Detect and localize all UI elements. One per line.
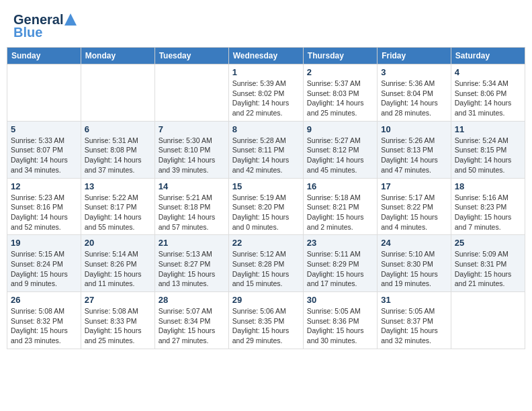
day-info: Sunrise: 5:37 AM Sunset: 8:03 PM Dayligh…	[307, 79, 373, 118]
calendar-cell: 4Sunrise: 5:34 AM Sunset: 8:06 PM Daylig…	[451, 64, 525, 122]
calendar-cell: 19Sunrise: 5:15 AM Sunset: 8:24 PM Dayli…	[7, 235, 81, 292]
day-info: Sunrise: 5:15 AM Sunset: 8:24 PM Dayligh…	[11, 249, 77, 289]
weekday-header-tuesday: Tuesday	[154, 48, 228, 64]
calendar-cell: 9Sunrise: 5:27 AM Sunset: 8:12 PM Daylig…	[303, 121, 377, 178]
day-number: 12	[11, 181, 77, 191]
day-number: 22	[232, 238, 300, 248]
calendar-cell: 5Sunrise: 5:33 AM Sunset: 8:07 PM Daylig…	[7, 121, 81, 178]
weekday-header-friday: Friday	[378, 48, 451, 64]
calendar-cell: 23Sunrise: 5:11 AM Sunset: 8:29 PM Dayli…	[303, 235, 377, 292]
day-number: 18	[455, 181, 521, 191]
calendar-cell: 18Sunrise: 5:16 AM Sunset: 8:23 PM Dayli…	[451, 178, 525, 235]
day-info: Sunrise: 5:31 AM Sunset: 8:08 PM Dayligh…	[85, 136, 151, 175]
calendar-cell: 12Sunrise: 5:23 AM Sunset: 8:16 PM Dayli…	[7, 178, 81, 235]
day-info: Sunrise: 5:22 AM Sunset: 8:17 PM Dayligh…	[85, 193, 151, 232]
day-info: Sunrise: 5:19 AM Sunset: 8:20 PM Dayligh…	[232, 193, 300, 232]
calendar-cell: 1Sunrise: 5:39 AM Sunset: 8:02 PM Daylig…	[228, 64, 303, 122]
day-info: Sunrise: 5:26 AM Sunset: 8:13 PM Dayligh…	[381, 136, 447, 175]
calendar-cell: 8Sunrise: 5:28 AM Sunset: 8:11 PM Daylig…	[228, 121, 303, 178]
calendar-cell: 15Sunrise: 5:19 AM Sunset: 8:20 PM Dayli…	[228, 178, 303, 235]
calendar-cell: 24Sunrise: 5:10 AM Sunset: 8:30 PM Dayli…	[378, 235, 451, 292]
logo-triangle-icon	[64, 13, 77, 27]
calendar-cell	[81, 64, 154, 122]
day-number: 17	[381, 181, 447, 191]
week-row-3: 12Sunrise: 5:23 AM Sunset: 8:16 PM Dayli…	[7, 178, 525, 235]
day-number: 4	[455, 67, 521, 77]
calendar-cell: 3Sunrise: 5:36 AM Sunset: 8:04 PM Daylig…	[378, 64, 451, 122]
day-number: 6	[85, 124, 151, 134]
calendar-cell: 29Sunrise: 5:06 AM Sunset: 8:35 PM Dayli…	[228, 292, 303, 349]
week-row-5: 26Sunrise: 5:08 AM Sunset: 8:32 PM Dayli…	[7, 292, 525, 349]
day-number: 16	[307, 181, 373, 191]
calendar-cell: 27Sunrise: 5:08 AM Sunset: 8:33 PM Dayli…	[81, 292, 154, 349]
calendar-cell: 30Sunrise: 5:05 AM Sunset: 8:36 PM Dayli…	[303, 292, 377, 349]
day-number: 9	[307, 124, 373, 134]
day-info: Sunrise: 5:33 AM Sunset: 8:07 PM Dayligh…	[11, 136, 77, 175]
calendar-cell: 10Sunrise: 5:26 AM Sunset: 8:13 PM Dayli…	[378, 121, 451, 178]
day-info: Sunrise: 5:27 AM Sunset: 8:12 PM Dayligh…	[307, 136, 373, 175]
calendar-cell: 20Sunrise: 5:14 AM Sunset: 8:26 PM Dayli…	[81, 235, 154, 292]
calendar-cell: 28Sunrise: 5:07 AM Sunset: 8:34 PM Dayli…	[154, 292, 228, 349]
day-info: Sunrise: 5:11 AM Sunset: 8:29 PM Dayligh…	[307, 249, 373, 289]
day-number: 10	[381, 124, 447, 134]
day-info: Sunrise: 5:34 AM Sunset: 8:06 PM Dayligh…	[455, 79, 521, 118]
day-number: 28	[159, 295, 225, 305]
svg-marker-0	[64, 13, 77, 26]
day-info: Sunrise: 5:09 AM Sunset: 8:31 PM Dayligh…	[455, 249, 521, 289]
calendar-cell	[451, 292, 525, 349]
day-info: Sunrise: 5:07 AM Sunset: 8:34 PM Dayligh…	[159, 306, 225, 346]
day-info: Sunrise: 5:10 AM Sunset: 8:30 PM Dayligh…	[381, 249, 447, 289]
calendar-cell	[154, 64, 228, 122]
day-info: Sunrise: 5:16 AM Sunset: 8:23 PM Dayligh…	[455, 193, 521, 232]
day-number: 26	[11, 295, 77, 305]
day-number: 19	[11, 238, 77, 248]
weekday-header-saturday: Saturday	[451, 48, 525, 64]
calendar-cell: 31Sunrise: 5:05 AM Sunset: 8:37 PM Dayli…	[378, 292, 451, 349]
day-info: Sunrise: 5:14 AM Sunset: 8:26 PM Dayligh…	[85, 249, 151, 289]
day-info: Sunrise: 5:17 AM Sunset: 8:22 PM Dayligh…	[381, 193, 447, 232]
day-info: Sunrise: 5:28 AM Sunset: 8:11 PM Dayligh…	[232, 136, 300, 175]
day-info: Sunrise: 5:39 AM Sunset: 8:02 PM Dayligh…	[232, 79, 300, 118]
calendar-table: SundayMondayTuesdayWednesdayThursdayFrid…	[7, 47, 525, 349]
day-info: Sunrise: 5:30 AM Sunset: 8:10 PM Dayligh…	[159, 136, 225, 175]
calendar-cell: 21Sunrise: 5:13 AM Sunset: 8:27 PM Dayli…	[154, 235, 228, 292]
day-number: 13	[85, 181, 151, 191]
calendar-cell: 26Sunrise: 5:08 AM Sunset: 8:32 PM Dayli…	[7, 292, 81, 349]
day-info: Sunrise: 5:08 AM Sunset: 8:32 PM Dayligh…	[11, 306, 77, 346]
calendar-cell: 17Sunrise: 5:17 AM Sunset: 8:22 PM Dayli…	[378, 178, 451, 235]
calendar-cell: 11Sunrise: 5:24 AM Sunset: 8:15 PM Dayli…	[451, 121, 525, 178]
day-number: 27	[85, 295, 151, 305]
calendar-cell: 2Sunrise: 5:37 AM Sunset: 8:03 PM Daylig…	[303, 64, 377, 122]
weekday-header-sunday: Sunday	[7, 48, 81, 64]
day-number: 11	[455, 124, 521, 134]
day-info: Sunrise: 5:05 AM Sunset: 8:37 PM Dayligh…	[381, 306, 447, 346]
day-number: 3	[381, 67, 447, 77]
day-number: 14	[159, 181, 225, 191]
calendar-cell: 7Sunrise: 5:30 AM Sunset: 8:10 PM Daylig…	[154, 121, 228, 178]
logo: General Blue	[13, 12, 77, 40]
day-info: Sunrise: 5:08 AM Sunset: 8:33 PM Dayligh…	[85, 306, 151, 346]
day-info: Sunrise: 5:21 AM Sunset: 8:18 PM Dayligh…	[159, 193, 225, 232]
day-info: Sunrise: 5:12 AM Sunset: 8:28 PM Dayligh…	[232, 249, 300, 289]
day-number: 2	[307, 67, 373, 77]
weekday-header-monday: Monday	[81, 48, 154, 64]
calendar-cell: 6Sunrise: 5:31 AM Sunset: 8:08 PM Daylig…	[81, 121, 154, 178]
day-number: 8	[232, 124, 300, 134]
day-number: 23	[307, 238, 373, 248]
calendar-cell	[7, 64, 81, 122]
day-number: 21	[159, 238, 225, 248]
calendar-cell: 14Sunrise: 5:21 AM Sunset: 8:18 PM Dayli…	[154, 178, 228, 235]
weekday-header-row: SundayMondayTuesdayWednesdayThursdayFrid…	[7, 48, 525, 64]
day-number: 30	[307, 295, 373, 305]
day-number: 31	[381, 295, 447, 305]
day-info: Sunrise: 5:05 AM Sunset: 8:36 PM Dayligh…	[307, 306, 373, 346]
day-number: 20	[85, 238, 151, 248]
page-header: General Blue	[7, 7, 525, 47]
day-info: Sunrise: 5:23 AM Sunset: 8:16 PM Dayligh…	[11, 193, 77, 232]
calendar-cell: 25Sunrise: 5:09 AM Sunset: 8:31 PM Dayli…	[451, 235, 525, 292]
week-row-1: 1Sunrise: 5:39 AM Sunset: 8:02 PM Daylig…	[7, 64, 525, 122]
day-number: 5	[11, 124, 77, 134]
day-number: 7	[159, 124, 225, 134]
logo-blue: Blue	[13, 25, 42, 40]
day-info: Sunrise: 5:13 AM Sunset: 8:27 PM Dayligh…	[159, 249, 225, 289]
